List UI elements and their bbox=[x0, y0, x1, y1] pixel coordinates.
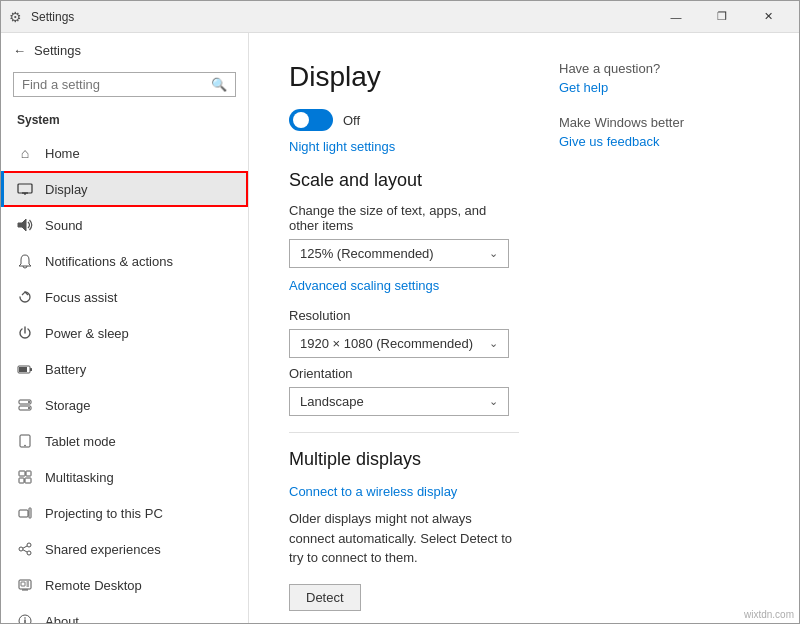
sidebar-item-label: Home bbox=[45, 146, 80, 161]
main-panel: Display Off Night light settings Scale a… bbox=[249, 33, 799, 623]
watermark: wixtdn.com bbox=[744, 609, 794, 620]
close-button[interactable]: ✕ bbox=[745, 1, 791, 33]
svg-point-19 bbox=[19, 547, 23, 551]
svg-point-9 bbox=[28, 401, 30, 403]
divider bbox=[289, 432, 519, 433]
sidebar-item-sound[interactable]: Sound bbox=[1, 207, 248, 243]
storage-icon bbox=[17, 397, 33, 413]
sidebar-item-label: Power & sleep bbox=[45, 326, 129, 341]
battery-icon bbox=[17, 361, 33, 377]
sidebar-item-label: Display bbox=[45, 182, 88, 197]
sidebar: ← Settings 🔍 System ⌂ Home bbox=[1, 33, 249, 623]
window-title: Settings bbox=[31, 10, 653, 24]
svg-rect-18 bbox=[29, 508, 31, 518]
sidebar-item-label: Focus assist bbox=[45, 290, 117, 305]
window-controls: — ❐ ✕ bbox=[653, 1, 791, 33]
titlebar: ⚙ Settings — ❐ ✕ bbox=[1, 1, 799, 33]
sidebar-item-label: Storage bbox=[45, 398, 91, 413]
restore-button[interactable]: ❐ bbox=[699, 1, 745, 33]
notifications-icon bbox=[17, 253, 33, 269]
multitasking-icon bbox=[17, 469, 33, 485]
sidebar-item-label: Sound bbox=[45, 218, 83, 233]
sidebar-item-about[interactable]: About bbox=[1, 603, 248, 623]
night-light-toggle-row: Off bbox=[289, 109, 519, 131]
feedback-section: Make Windows better Give us feedback bbox=[559, 115, 759, 149]
home-icon: ⌂ bbox=[17, 145, 33, 161]
scale-value: 125% (Recommended) bbox=[300, 246, 434, 261]
svg-rect-6 bbox=[19, 367, 27, 372]
svg-rect-0 bbox=[18, 184, 32, 193]
scale-field-label: Change the size of text, apps, and other… bbox=[289, 203, 519, 233]
back-icon: ← bbox=[13, 43, 26, 58]
remote-icon bbox=[17, 577, 33, 593]
sidebar-item-battery[interactable]: Battery bbox=[1, 351, 248, 387]
orientation-dropdown[interactable]: Landscape ⌄ bbox=[289, 387, 509, 416]
svg-marker-3 bbox=[18, 219, 26, 231]
advanced-scaling-link[interactable]: Advanced scaling settings bbox=[289, 278, 439, 293]
toggle-label: Off bbox=[343, 113, 360, 128]
scale-section-title: Scale and layout bbox=[289, 170, 519, 191]
search-input[interactable] bbox=[22, 77, 205, 92]
display-icon bbox=[17, 181, 33, 197]
svg-rect-13 bbox=[19, 471, 25, 476]
orientation-chevron-icon: ⌄ bbox=[489, 395, 498, 408]
main-right-col: Have a question? Get help Make Windows b… bbox=[559, 61, 759, 623]
main-two-col: Display Off Night light settings Scale a… bbox=[289, 61, 759, 623]
sidebar-item-label: Tablet mode bbox=[45, 434, 116, 449]
sound-icon bbox=[17, 217, 33, 233]
resolution-label: Resolution bbox=[289, 308, 519, 323]
sidebar-item-notifications[interactable]: Notifications & actions bbox=[1, 243, 248, 279]
help-section: Have a question? Get help bbox=[559, 61, 759, 95]
content-area: ← Settings 🔍 System ⌂ Home bbox=[1, 33, 799, 623]
projecting-icon bbox=[17, 505, 33, 521]
svg-point-10 bbox=[28, 407, 30, 409]
sidebar-item-focus[interactable]: Focus assist bbox=[1, 279, 248, 315]
sidebar-back-button[interactable]: ← Settings bbox=[1, 33, 248, 68]
search-icon: 🔍 bbox=[211, 77, 227, 92]
minimize-button[interactable]: — bbox=[653, 1, 699, 33]
sidebar-section-label: System bbox=[1, 109, 248, 135]
svg-point-12 bbox=[24, 445, 26, 447]
windows-better-label: Make Windows better bbox=[559, 115, 759, 130]
get-help-link[interactable]: Get help bbox=[559, 80, 759, 95]
svg-rect-25 bbox=[21, 582, 25, 586]
svg-point-32 bbox=[24, 617, 26, 619]
sidebar-search-box[interactable]: 🔍 bbox=[13, 72, 236, 97]
tablet-icon bbox=[17, 433, 33, 449]
sidebar-item-label: About bbox=[45, 614, 79, 624]
night-light-settings-link[interactable]: Night light settings bbox=[289, 139, 395, 154]
svg-rect-5 bbox=[30, 368, 32, 371]
feedback-link[interactable]: Give us feedback bbox=[559, 134, 759, 149]
svg-line-22 bbox=[23, 546, 27, 548]
orientation-label: Orientation bbox=[289, 366, 519, 381]
svg-rect-16 bbox=[25, 478, 31, 483]
sidebar-item-power[interactable]: Power & sleep bbox=[1, 315, 248, 351]
resolution-dropdown[interactable]: 1920 × 1080 (Recommended) ⌄ bbox=[289, 329, 509, 358]
question-label: Have a question? bbox=[559, 61, 759, 76]
sidebar-item-tablet[interactable]: Tablet mode bbox=[1, 423, 248, 459]
svg-line-23 bbox=[23, 550, 27, 552]
orientation-value: Landscape bbox=[300, 394, 364, 409]
scale-dropdown[interactable]: 125% (Recommended) ⌄ bbox=[289, 239, 509, 268]
sidebar-item-home[interactable]: ⌂ Home bbox=[1, 135, 248, 171]
settings-icon: ⚙ bbox=[9, 9, 25, 25]
detect-button[interactable]: Detect bbox=[289, 584, 361, 611]
toggle-knob bbox=[293, 112, 309, 128]
sidebar-item-storage[interactable]: Storage bbox=[1, 387, 248, 423]
sidebar-item-label: Notifications & actions bbox=[45, 254, 173, 269]
night-light-toggle[interactable] bbox=[289, 109, 333, 131]
shared-icon bbox=[17, 541, 33, 557]
wireless-display-link[interactable]: Connect to a wireless display bbox=[289, 484, 457, 499]
sidebar-item-shared[interactable]: Shared experiences bbox=[1, 531, 248, 567]
sidebar-item-multitasking[interactable]: Multitasking bbox=[1, 459, 248, 495]
sidebar-item-remote[interactable]: Remote Desktop bbox=[1, 567, 248, 603]
sidebar-item-label: Shared experiences bbox=[45, 542, 161, 557]
sidebar-item-projecting[interactable]: Projecting to this PC bbox=[1, 495, 248, 531]
svg-rect-17 bbox=[19, 510, 28, 517]
power-icon bbox=[17, 325, 33, 341]
sidebar-item-display[interactable]: Display bbox=[1, 171, 248, 207]
resolution-chevron-icon: ⌄ bbox=[489, 337, 498, 350]
sidebar-item-label: Remote Desktop bbox=[45, 578, 142, 593]
sidebar-item-label: Multitasking bbox=[45, 470, 114, 485]
svg-rect-14 bbox=[26, 471, 31, 476]
